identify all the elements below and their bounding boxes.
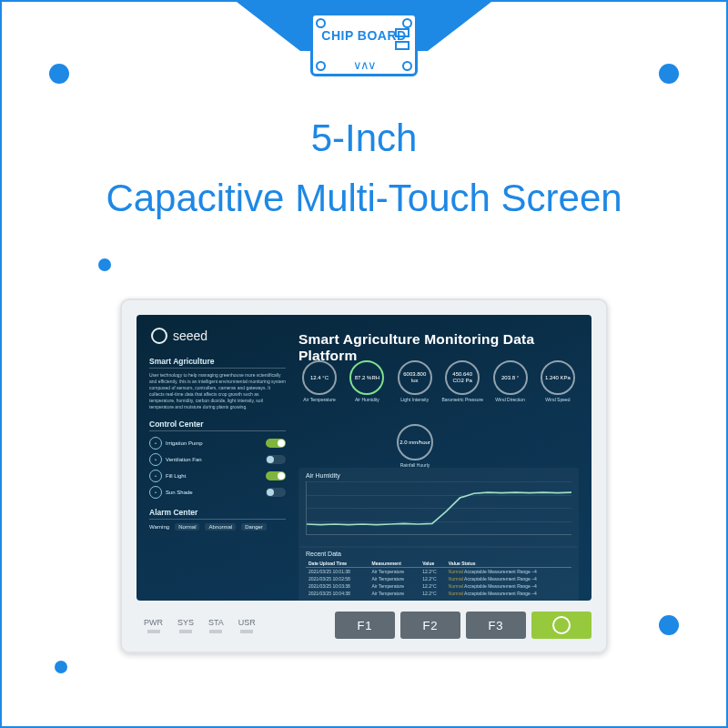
metric-label: Wind Speed [537, 397, 579, 402]
toggle-fill light[interactable] [266, 471, 286, 480]
table-row: 2021/03/25 10:02:58Air Temperature12.2°C… [306, 575, 571, 582]
chart-heading: Air Humidity [306, 472, 571, 479]
metric-ring: 203.8 ° [493, 360, 528, 395]
table-header: Measurement [369, 560, 420, 568]
metric: 1.240 KPaWind Speed [537, 360, 579, 402]
decor-dot [49, 64, 69, 84]
table-row: 2021/03/25 10:04:38Air Temperature12.2°C… [306, 590, 571, 597]
alarm-level: Abnormal [205, 523, 236, 531]
f1-button[interactable]: F1 [335, 612, 395, 639]
bulb-icon: • [149, 470, 162, 482]
f2-button[interactable]: F2 [400, 612, 460, 639]
section-smart-body: User technology to help managing greenho… [149, 372, 286, 410]
product-card: CHIP BOARD ∨∧∨ 5-Inch Capacitive Multi-T… [0, 0, 728, 728]
alarm-level: Normal [175, 523, 199, 531]
power-button[interactable] [531, 612, 592, 639]
toggle-sun shade[interactable] [266, 488, 286, 497]
metric-value: 450.640 CO2 Pa [447, 371, 478, 384]
control-row: •Ventilation Fan [149, 451, 286, 468]
metric-label: Air Humidity [346, 397, 388, 402]
sun-icon: • [149, 486, 162, 499]
chart-card: Air Humidity [298, 468, 579, 548]
chip-board-badge: CHIP BOARD ∨∧∨ [310, 13, 418, 76]
f3-button[interactable]: F3 [466, 612, 526, 639]
device-bottom-bar: PWRSYSSTAUSR F1 F2 F3 [136, 606, 592, 644]
metric-value: 203.8 ° [501, 375, 519, 381]
metric-row: 12.4 °CAir Temperature87.2 %RHAir Humidi… [298, 360, 579, 402]
control-label: Irrigation Pump [166, 440, 203, 446]
recent-heading: Recent Data [306, 551, 571, 557]
decor-dot [55, 661, 67, 673]
device-screen: seeed Smart Agriculture Monitoring Data … [136, 315, 592, 601]
metric-label: Light Intensity [394, 397, 436, 402]
alarm-level: Danger [241, 523, 267, 531]
metric: 12.4 °CAir Temperature [298, 360, 340, 402]
metric-ring: 87.2 %RH [349, 360, 384, 395]
rain-value: 2.0 mm/hour [399, 440, 430, 446]
status-leds: PWRSYSSTAUSR [144, 618, 256, 633]
alarm-label: Warning [149, 524, 169, 530]
power-icon [552, 616, 571, 634]
metric: 203.8 °Wind Direction [490, 360, 531, 402]
metric-value: 12.4 °C [310, 375, 329, 381]
section-control-heading: Control Center [149, 420, 286, 431]
decor-dot [98, 258, 111, 271]
fan-icon: • [149, 453, 162, 466]
control-label: Sun Shade [166, 490, 193, 495]
metric: 450.640 CO2 PaBarometric Pressure [441, 360, 483, 402]
control-label: Ventilation Fan [166, 457, 202, 462]
control-row: •Fill Light [149, 468, 286, 484]
rainfall-metric: 2.0 mm/hour Rainfall Hourly [397, 424, 433, 468]
brand-logo: seeed [151, 328, 207, 344]
led-pwr: PWR [144, 618, 163, 633]
table-header: Date Upload Time [306, 560, 369, 568]
decor-dot [659, 615, 679, 635]
alarm-row: Warning Normal Abnormal Danger [149, 523, 286, 531]
metric-ring: 12.4 °C [302, 360, 337, 395]
device-mockup: seeed Smart Agriculture Monitoring Data … [120, 298, 608, 653]
recent-data-card: Recent Data Date Upload TimeMeasurementV… [298, 546, 579, 601]
headline-line1: 5-Inch [2, 116, 726, 160]
headline: 5-Inch Capacitive Multi-Touch Screen [2, 116, 726, 220]
toggle-irrigation pump[interactable] [266, 439, 286, 448]
badge-chevrons: ∨∧∨ [313, 58, 415, 72]
table-row: 2021/03/25 10:03:38Air Temperature12.2°C… [306, 582, 571, 590]
led-sta: STA [208, 618, 224, 633]
control-row: •Irrigation Pump [149, 435, 286, 451]
control-row: •Sun Shade [149, 484, 286, 500]
control-label: Fill Light [166, 473, 186, 479]
decor-dot [659, 64, 679, 84]
section-alarm-heading: Alarm Center [149, 508, 286, 520]
led-usr: USR [238, 618, 256, 633]
metric-ring: 450.640 CO2 Pa [445, 360, 480, 395]
metric-ring: 6003.800 lux [398, 360, 432, 395]
chart-area [306, 481, 571, 535]
left-column: Smart Agriculture User technology to hel… [149, 357, 286, 531]
table-header: Value [420, 560, 446, 568]
recent-table: Date Upload TimeMeasurementValueValue St… [306, 560, 571, 597]
water-icon: • [149, 437, 162, 450]
badge-label: CHIP BOARD [313, 28, 415, 43]
toggle-ventilation fan[interactable] [266, 455, 286, 464]
metric-value: 1.240 KPa [545, 375, 571, 381]
headline-line2: Capacitive Multi-Touch Screen [2, 177, 726, 220]
seeed-icon [151, 328, 167, 344]
metric-label: Air Temperature [298, 397, 340, 402]
screen-title: Smart Agriculture Monitoring Data Platfo… [298, 331, 592, 364]
metric: 6003.800 luxLight Intensity [394, 360, 436, 402]
metric: 87.2 %RHAir Humidity [346, 360, 388, 402]
section-smart-heading: Smart Agriculture [149, 357, 286, 369]
metric-value: 87.2 %RH [355, 375, 379, 381]
table-row: 2021/03/25 10:01:38Air Temperature12.2°C… [306, 568, 571, 576]
metric-label: Wind Direction [490, 397, 531, 402]
metric-value: 6003.800 lux [399, 371, 430, 384]
metric-ring: 1.240 KPa [541, 360, 575, 395]
led-sys: SYS [177, 618, 194, 633]
metric-label: Barometric Pressure [441, 397, 483, 402]
brand-text: seeed [173, 329, 207, 343]
table-header: Value Status [446, 560, 571, 568]
